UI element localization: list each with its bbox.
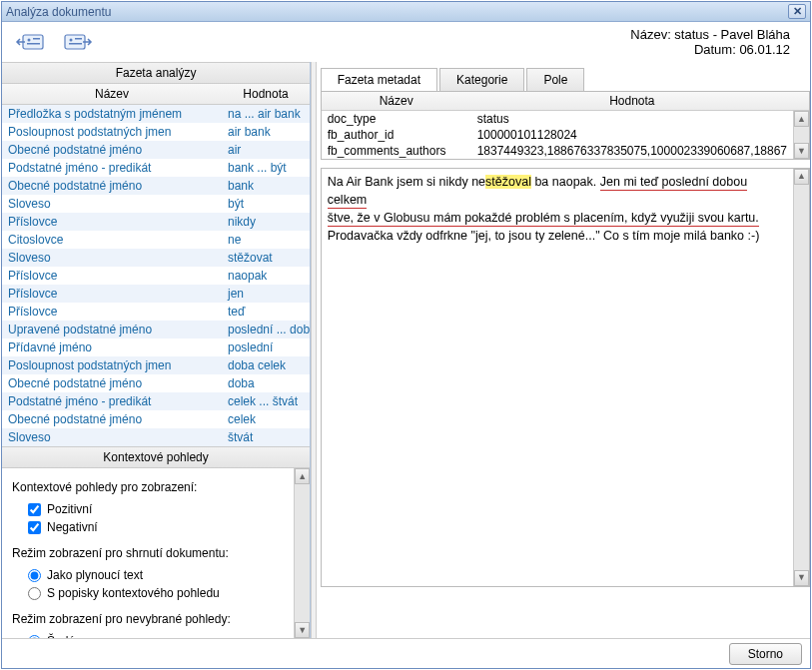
facet-cell-value: celek bbox=[222, 410, 310, 428]
facet-col-name: Název bbox=[2, 84, 222, 104]
content-area: Fazeta analýzy Název Hodnota Předložka s… bbox=[2, 62, 810, 638]
withdesc-radio[interactable] bbox=[28, 587, 41, 600]
titlebar: Analýza dokumentu ✕ bbox=[2, 2, 810, 22]
meta-row[interactable]: fb_comments_authors1837449323,1886763378… bbox=[322, 143, 793, 159]
facet-table[interactable]: Předložka s podstatným jménemna ... air … bbox=[2, 105, 310, 446]
meta-table: Název Hodnota doc_typestatusfb_author_id… bbox=[321, 91, 810, 160]
left-panel: Fazeta analýzy Název Hodnota Předložka s… bbox=[2, 62, 311, 638]
meta-cell-value: 100000101128024 bbox=[471, 127, 793, 143]
facet-cell-value: ne bbox=[222, 231, 310, 249]
positive-checkbox[interactable] bbox=[28, 503, 41, 516]
highlight: stěžoval bbox=[485, 175, 531, 189]
flowing-label: Jako plynoucí text bbox=[47, 568, 143, 582]
facet-cell-value: štvát bbox=[222, 428, 310, 446]
text-segment: ba naopak. bbox=[531, 175, 600, 189]
facet-cell-value: air bbox=[222, 141, 310, 159]
scroll-up-icon[interactable]: ▲ bbox=[794, 169, 809, 185]
facet-col-value: Hodnota bbox=[222, 84, 310, 104]
cancel-button[interactable]: Storno bbox=[729, 643, 802, 665]
scroll-down-icon[interactable]: ▼ bbox=[295, 622, 310, 638]
facet-row[interactable]: Obecné podstatné jménocelek bbox=[2, 410, 310, 428]
tab-metadata[interactable]: Fazeta metadat bbox=[321, 68, 437, 91]
right-panel: Fazeta metadat Kategorie Pole Název Hodn… bbox=[317, 62, 810, 638]
scroll-down-icon[interactable]: ▼ bbox=[794, 143, 809, 159]
negative-label: Negativní bbox=[47, 520, 98, 534]
grey-label: Šedé bbox=[47, 634, 75, 638]
facet-row[interactable]: Příslovcejen bbox=[2, 285, 310, 303]
scroll-down-icon[interactable]: ▼ bbox=[794, 570, 809, 586]
tab-field[interactable]: Pole bbox=[526, 68, 584, 91]
facet-row[interactable]: Předložka s podstatným jménemna ... air … bbox=[2, 105, 310, 123]
facet-cell-value: být bbox=[222, 195, 310, 213]
facet-cell-value: air bank bbox=[222, 123, 310, 141]
facet-cell-name: Příslovce bbox=[2, 285, 222, 303]
close-button[interactable]: ✕ bbox=[788, 4, 806, 19]
facet-cell-value: na ... air bank bbox=[222, 105, 310, 123]
scroll-up-icon[interactable]: ▲ bbox=[295, 468, 310, 484]
facet-cell-name: Sloveso bbox=[2, 428, 222, 446]
facet-row[interactable]: Slovesostěžovat bbox=[2, 249, 310, 267]
facet-cell-value: doba celek bbox=[222, 356, 310, 374]
tabs: Fazeta metadat Kategorie Pole bbox=[321, 68, 810, 91]
facet-row[interactable]: Obecné podstatné jménobank bbox=[2, 177, 310, 195]
meta-col-end bbox=[793, 92, 809, 110]
facet-cell-value: bank ... být bbox=[222, 159, 310, 177]
meta-row[interactable]: fb_author_id100000101128024 bbox=[322, 127, 793, 143]
text-panel: Na Air Bank jsem si nikdy nestěžoval ba … bbox=[321, 168, 810, 587]
facet-cell-name: Podstatné jméno - predikát bbox=[2, 159, 222, 177]
svg-rect-4 bbox=[65, 35, 85, 49]
facet-row[interactable]: Slovesoštvát bbox=[2, 428, 310, 446]
facet-cell-name: Sloveso bbox=[2, 195, 222, 213]
svg-point-5 bbox=[70, 39, 73, 42]
facet-table-header: Název Hodnota bbox=[2, 84, 310, 105]
prev-tool-button[interactable] bbox=[12, 30, 48, 54]
withdesc-label: S popisky kontextového pohledu bbox=[47, 586, 220, 600]
svg-rect-6 bbox=[75, 38, 82, 40]
facet-row[interactable]: Příslovcenaopak bbox=[2, 267, 310, 285]
flowing-radio[interactable] bbox=[28, 569, 41, 582]
meta-cell-value: 1837449323,188676337835075,1000023390606… bbox=[471, 143, 793, 159]
facet-row[interactable]: Upravené podstatné jménoposlední ... dob… bbox=[2, 321, 310, 338]
facet-cell-value: doba bbox=[222, 374, 310, 392]
facet-row[interactable]: Podstatné jméno - predikátbank ... být bbox=[2, 159, 310, 177]
grey-radio[interactable] bbox=[28, 635, 41, 639]
next-tool-button[interactable] bbox=[60, 30, 96, 54]
facet-cell-name: Sloveso bbox=[2, 249, 222, 267]
settings-scrollbar[interactable]: ▲ ▼ bbox=[294, 468, 310, 638]
facet-cell-name: Obecné podstatné jméno bbox=[2, 374, 222, 392]
facet-cell-name: Obecné podstatné jméno bbox=[2, 410, 222, 428]
footer: Storno bbox=[2, 638, 810, 668]
meta-row[interactable]: doc_typestatus bbox=[322, 111, 793, 127]
meta-rows[interactable]: doc_typestatusfb_author_id10000010112802… bbox=[322, 111, 793, 159]
underline-segment: štve, že v Globusu mám pokaždé problém s… bbox=[328, 211, 759, 227]
doc-date-label: Datum: 06.01.12 bbox=[630, 42, 790, 57]
facet-cell-name: Příslovce bbox=[2, 213, 222, 231]
svg-rect-7 bbox=[69, 43, 82, 45]
meta-col-name: Název bbox=[322, 92, 471, 110]
facet-row[interactable]: Slovesobýt bbox=[2, 195, 310, 213]
meta-scrollbar[interactable]: ▲ ▼ bbox=[793, 111, 809, 159]
settings-panel: Kontextové pohledy pro zobrazení: Poziti… bbox=[2, 468, 310, 638]
facet-row[interactable]: Příslovcenikdy bbox=[2, 213, 310, 231]
svg-rect-3 bbox=[27, 43, 40, 45]
meta-cell-name: doc_type bbox=[322, 111, 471, 127]
negative-checkbox[interactable] bbox=[28, 521, 41, 534]
meta-cell-name: fb_comments_authors bbox=[322, 143, 471, 159]
scroll-up-icon[interactable]: ▲ bbox=[794, 111, 809, 127]
facet-row[interactable]: Příslovceteď bbox=[2, 303, 310, 321]
facet-cell-name: Předložka s podstatným jménem bbox=[2, 105, 222, 123]
document-text: Na Air Bank jsem si nikdy nestěžoval ba … bbox=[328, 173, 803, 246]
facet-cell-name: Příslovce bbox=[2, 267, 222, 285]
facet-row[interactable]: Posloupnost podstatných jmendoba celek bbox=[2, 356, 310, 374]
facet-row[interactable]: Citoslovcene bbox=[2, 231, 310, 249]
facet-row[interactable]: Obecné podstatné jménoair bbox=[2, 141, 310, 159]
facet-row[interactable]: Posloupnost podstatných jmenair bank bbox=[2, 123, 310, 141]
facet-row[interactable]: Přídavné jménoposlední bbox=[2, 338, 310, 356]
svg-point-1 bbox=[28, 39, 31, 42]
facet-row[interactable]: Obecné podstatné jménodoba bbox=[2, 374, 310, 392]
window-title: Analýza dokumentu bbox=[6, 5, 788, 19]
facet-row[interactable]: Podstatné jméno - predikátcelek ... štvá… bbox=[2, 392, 310, 410]
tab-category[interactable]: Kategorie bbox=[439, 68, 524, 91]
summary-label: Režim zobrazení pro shrnutí dokumentu: bbox=[12, 546, 300, 560]
text-scrollbar[interactable]: ▲ ▼ bbox=[793, 169, 809, 586]
